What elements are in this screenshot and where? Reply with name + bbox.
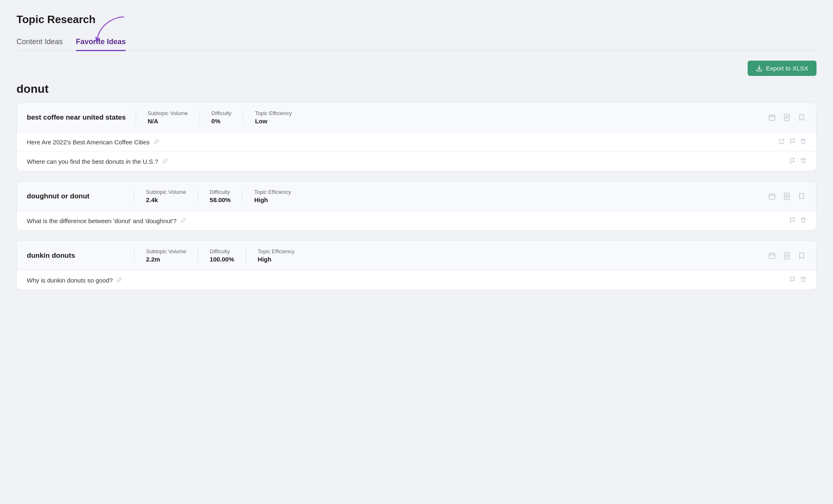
topic-name-2: doughnut or donut	[27, 192, 134, 200]
card-header-3: dunkin donuts Subtopic Volume 2.2m Diffi…	[17, 241, 816, 271]
edit-icon[interactable]	[154, 139, 160, 146]
toolbar: Export to XLSX	[16, 61, 817, 76]
page-title: Topic Research	[16, 13, 817, 26]
edit-icon[interactable]	[117, 277, 122, 284]
stat-difficulty-3: Difficulty 100.00%	[198, 248, 246, 263]
flag-icon[interactable]	[790, 138, 795, 146]
card-header-2: doughnut or donut Subtopic Volume 2.4k D…	[17, 181, 816, 211]
row-icons	[779, 138, 806, 146]
stat-volume-3: Subtopic Volume 2.2m	[134, 248, 198, 263]
tab-favorite-ideas[interactable]: Favorite Ideas	[76, 38, 126, 50]
stat-volume-1: Subtopic Volume N/A	[136, 110, 200, 125]
section-keyword: donut	[16, 82, 817, 96]
card-header-icons-1	[767, 113, 806, 122]
card-doughnut-or-donut: doughnut or donut Subtopic Volume 2.4k D…	[16, 181, 817, 231]
flag-icon[interactable]	[790, 158, 795, 165]
svg-rect-3	[769, 194, 775, 199]
row-icons	[790, 276, 806, 284]
cards-container: best coffee near united states Subtopic …	[16, 102, 817, 290]
topic-name-1: best coffee near united states	[27, 113, 136, 122]
stat-efficiency-1: Topic Efficiency Low	[243, 110, 303, 125]
delete-icon[interactable]	[800, 158, 806, 165]
card-row: Here Are 2022's Best American Coffee Cit…	[17, 132, 816, 152]
stat-group-2: Subtopic Volume 2.4k Difficulty 58.00% T…	[134, 189, 303, 203]
document-icon[interactable]	[782, 251, 791, 260]
export-button[interactable]: Export to XLSX	[748, 61, 817, 76]
bookmark-icon[interactable]	[797, 192, 806, 201]
stat-difficulty-2: Difficulty 58.00%	[198, 189, 242, 203]
card-row: Where can you find the best donuts in th…	[17, 152, 816, 171]
card-best-coffee: best coffee near united states Subtopic …	[16, 102, 817, 171]
card-dunkin-donuts: dunkin donuts Subtopic Volume 2.2m Diffi…	[16, 240, 817, 290]
calendar-icon[interactable]	[767, 251, 777, 260]
external-link-icon[interactable]	[779, 138, 785, 146]
card-row: Why is dunkin donuts so good?	[17, 271, 816, 290]
edit-icon[interactable]	[162, 158, 168, 165]
edit-icon[interactable]	[181, 217, 186, 224]
stat-efficiency-3: Topic Efficiency High	[246, 248, 306, 263]
document-icon[interactable]	[782, 192, 791, 201]
card-header-icons-3	[767, 251, 806, 260]
delete-icon[interactable]	[800, 138, 806, 146]
row-icons	[790, 217, 806, 224]
row-icons	[790, 158, 806, 165]
tabs: Content Ideas Favorite Ideas	[16, 38, 817, 51]
stat-group-3: Subtopic Volume 2.2m Difficulty 100.00% …	[134, 248, 306, 263]
delete-icon[interactable]	[800, 217, 806, 224]
delete-icon[interactable]	[800, 276, 806, 284]
stat-difficulty-1: Difficulty 0%	[200, 110, 243, 125]
tabs-container: Content Ideas Favorite Ideas	[16, 38, 817, 51]
stat-volume-2: Subtopic Volume 2.4k	[134, 189, 198, 203]
tab-content-ideas[interactable]: Content Ideas	[16, 38, 63, 50]
row-text: Here Are 2022's Best American Coffee Cit…	[27, 139, 779, 146]
document-icon[interactable]	[782, 113, 791, 122]
topic-name-3: dunkin donuts	[27, 252, 134, 260]
bookmark-icon[interactable]	[797, 251, 806, 260]
bookmark-icon[interactable]	[797, 113, 806, 122]
row-text: Why is dunkin donuts so good?	[27, 277, 790, 284]
row-text: Where can you find the best donuts in th…	[27, 158, 790, 165]
stat-efficiency-2: Topic Efficiency High	[242, 189, 302, 203]
flag-icon[interactable]	[790, 217, 795, 224]
row-text: What is the difference between 'donut' a…	[27, 217, 790, 224]
svg-rect-1	[769, 115, 775, 120]
stat-group-1: Subtopic Volume N/A Difficulty 0% Topic …	[136, 110, 304, 125]
card-header-1: best coffee near united states Subtopic …	[17, 103, 816, 132]
calendar-icon[interactable]	[767, 113, 777, 122]
card-row: What is the difference between 'donut' a…	[17, 211, 816, 230]
export-icon	[756, 65, 762, 72]
card-header-icons-2	[767, 192, 806, 201]
flag-icon[interactable]	[790, 276, 795, 284]
svg-rect-5	[769, 253, 775, 259]
calendar-icon[interactable]	[767, 192, 777, 201]
